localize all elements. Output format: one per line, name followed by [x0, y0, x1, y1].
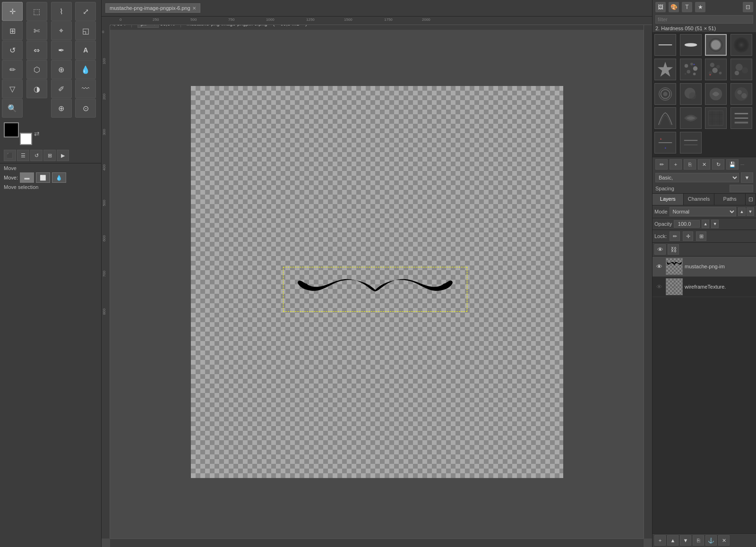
svg-marker-4 — [658, 62, 673, 77]
tab-expand[interactable]: ⊡ — [746, 194, 756, 205]
brush-item-3[interactable] — [730, 34, 752, 56]
brushes-icon1[interactable]: 🖼 — [655, 2, 666, 12]
brush-item-12[interactable] — [654, 107, 676, 129]
brushes-icon4[interactable]: ★ — [695, 2, 705, 12]
new-layer-btn[interactable]: + — [654, 535, 666, 546]
tab-paths[interactable]: Paths — [714, 194, 746, 205]
move-selection-btn[interactable]: ⬜ — [36, 172, 50, 183]
brush-item-14[interactable] — [705, 107, 727, 129]
tool-bucket[interactable]: ▽ — [2, 79, 23, 98]
brush-item-1[interactable] — [680, 34, 702, 56]
icon-display2[interactable]: ☰ — [17, 150, 29, 161]
move-layer-btn[interactable]: ▬ — [20, 172, 34, 183]
brush-item-6[interactable]: + — [705, 59, 727, 80]
layer-eye-0[interactable]: 👁 — [654, 262, 664, 271]
lower-layer-btn[interactable]: ▼ — [680, 535, 691, 546]
tab-close-btn[interactable]: ✕ — [192, 6, 196, 11]
spacing-input[interactable] — [730, 185, 753, 192]
dup-brush-btn[interactable]: ⎘ — [684, 159, 696, 170]
tool-path[interactable]: ✒ — [51, 41, 72, 60]
icon-display3[interactable]: ↺ — [30, 150, 43, 161]
brush-item-17[interactable] — [680, 132, 702, 154]
icon-collapse[interactable]: ▶ — [57, 150, 69, 161]
layer-item-1[interactable]: 👁 wireframeTexture. — [653, 277, 756, 297]
main-area: ✛ ⬚ ⌇ ⤢ ⊞ ✄ ⌖ ◱ ↺ ⇔ ✒ A ✏ ⬡ ⊕ 💧 ▽ — [0, 0, 756, 547]
brush-item-13[interactable] — [680, 107, 702, 129]
refresh-brush-btn[interactable]: ↻ — [712, 159, 724, 170]
tool-paint[interactable]: ✏ — [2, 60, 23, 79]
tool-eyedropper[interactable]: 💧 — [75, 60, 96, 79]
tool-zoom[interactable]: 🔍 — [2, 99, 23, 118]
tool-lasso[interactable]: ⌇ — [51, 2, 72, 21]
canvas-scroll-v[interactable] — [644, 25, 652, 538]
layer-item-0[interactable]: 👁 mustache-png-im — [653, 256, 756, 277]
canvas-inner[interactable] — [110, 25, 644, 538]
raise-layer-btn[interactable]: ▲ — [667, 535, 679, 546]
tool-smudge[interactable]: 〰 — [75, 79, 96, 98]
tool-extra[interactable]: ⊙ — [75, 99, 96, 118]
swap-colors-icon[interactable]: ⇄ — [34, 130, 40, 137]
tool-flip[interactable]: ⇔ — [26, 41, 47, 60]
layer-eye-1[interactable]: 👁 — [654, 282, 664, 291]
opacity-input[interactable] — [674, 220, 700, 228]
tool-move[interactable]: ✛ — [2, 2, 23, 21]
tool-erase[interactable]: ⬡ — [26, 60, 47, 79]
brush-item-4[interactable] — [654, 59, 676, 80]
anchor-layer-btn[interactable]: ⚓ — [705, 535, 717, 546]
canvas-tab[interactable]: mustache-png-image-pngpix-6.png ✕ — [105, 3, 200, 13]
background-color[interactable] — [20, 133, 32, 145]
brush-item-5[interactable]: + — [680, 59, 702, 80]
canvas-scroll-h[interactable] — [110, 538, 644, 547]
category-select[interactable]: Basic, — [655, 173, 739, 182]
filter-input[interactable] — [655, 15, 753, 24]
brush-item-10[interactable] — [705, 83, 727, 105]
brush-item-2[interactable] — [705, 34, 727, 56]
opacity-up[interactable]: ▲ — [702, 220, 709, 228]
lock-position-btn[interactable]: ✛ — [683, 231, 693, 241]
tool-align[interactable]: ⊞ — [2, 21, 23, 40]
brush-item-16[interactable]: + + — [654, 132, 676, 154]
brushes-icon2[interactable]: 🎨 — [669, 2, 679, 12]
mode-select[interactable]: Normal — [670, 207, 736, 216]
del-brush-btn[interactable]: ✕ — [698, 159, 710, 170]
tool-rotate[interactable]: ↺ — [2, 41, 23, 60]
opacity-down[interactable]: ▼ — [711, 220, 719, 228]
icon-display1[interactable]: ⬛ — [4, 150, 16, 161]
foreground-color[interactable] — [4, 122, 19, 137]
brush-item-15[interactable] — [730, 107, 752, 129]
edit-brush-btn[interactable]: ✏ — [655, 159, 668, 170]
brush-item-9[interactable] — [680, 83, 702, 105]
tool-blend[interactable]: ◑ — [26, 79, 47, 98]
tool-transform[interactable]: ⤢ — [75, 2, 96, 21]
category-expand[interactable]: ▼ — [741, 172, 753, 183]
lock-all-btn[interactable]: ⊞ — [696, 231, 706, 241]
tool-text[interactable]: A — [75, 41, 96, 60]
brush-item-11[interactable] — [730, 83, 752, 105]
new-brush-btn[interactable]: + — [670, 159, 682, 170]
link-btn[interactable]: ⛓ — [668, 244, 679, 255]
tab-layers[interactable]: Layers — [653, 194, 684, 205]
mode-up[interactable]: ▲ — [738, 207, 746, 216]
del-layer-btn[interactable]: ✕ — [718, 535, 730, 546]
icon-display4[interactable]: ⊞ — [43, 150, 56, 161]
save-brush-btn[interactable]: 💾 — [726, 159, 739, 170]
dup-layer-btn[interactable]: ⎘ — [693, 535, 704, 546]
svg-point-2 — [709, 38, 723, 52]
tool-crop[interactable]: ✄ — [26, 21, 47, 40]
mode-down[interactable]: ▼ — [747, 207, 754, 216]
brush-item-8[interactable] — [654, 83, 676, 105]
tool-rect-select[interactable]: ⬚ — [26, 2, 47, 21]
move-pick-btn[interactable]: 💧 — [52, 172, 66, 183]
brushes-collapse[interactable]: ⊡ — [743, 2, 753, 12]
brush-item-0[interactable] — [654, 34, 676, 56]
lock-pixels-btn[interactable]: ✏ — [670, 231, 680, 241]
tool-pencil[interactable]: ✐ — [51, 79, 72, 98]
tool-perspective[interactable]: ◱ — [75, 21, 96, 40]
visibility-btn[interactable]: 👁 — [654, 244, 666, 255]
brushes-icon3[interactable]: T — [682, 2, 692, 12]
tool-heal[interactable]: ⌖ — [51, 21, 72, 40]
tool-clone[interactable]: ⊕ — [51, 60, 72, 79]
tab-channels[interactable]: Channels — [684, 194, 715, 205]
tool-measure[interactable]: ⊕ — [51, 99, 72, 118]
brush-item-7[interactable] — [730, 59, 752, 80]
